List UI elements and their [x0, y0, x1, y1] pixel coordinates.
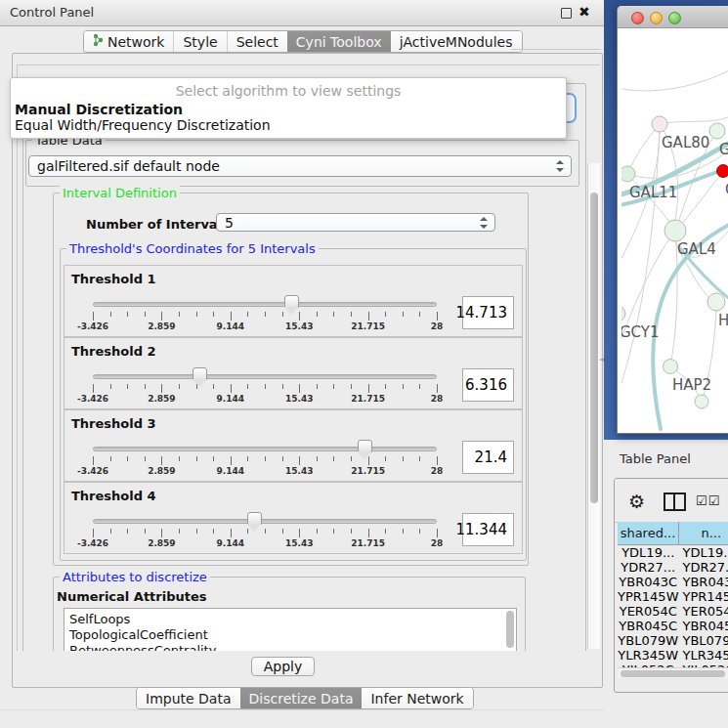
tab-label: Cyni Toolbox — [296, 34, 382, 50]
columns-icon[interactable] — [664, 492, 686, 511]
table-cell[interactable]: YBR045C — [618, 619, 678, 633]
table-data-combobox[interactable]: galFiltered.sif default node — [28, 155, 572, 177]
table-cell[interactable]: YBR045C — [678, 619, 728, 633]
slider-thumb[interactable] — [284, 295, 299, 308]
table-row[interactable]: YBL079WYBL079W — [618, 633, 728, 648]
slider-track[interactable] — [93, 374, 437, 379]
slider-tick-label: -3.426 — [77, 321, 108, 331]
threshold-slider[interactable]: -3.4262.8599.14415.4321.71528 — [93, 295, 437, 334]
table-row[interactable]: YER054CYER054C — [618, 604, 728, 619]
table-row[interactable]: YLR345WYLR345W — [618, 648, 728, 663]
slider-tick-label: 21.715 — [351, 466, 385, 476]
table-horizontal-scrollbar[interactable] — [618, 667, 728, 678]
list-scrollbar-thumb[interactable] — [506, 611, 514, 648]
slider-thumb[interactable] — [358, 440, 372, 452]
slider-minor-tick — [145, 529, 146, 534]
threshold-slider[interactable]: -3.4262.8599.14415.4321.71528 — [93, 440, 437, 479]
table-row[interactable]: YPR145WYPR145W — [618, 589, 728, 604]
apply-button[interactable]: Apply — [251, 657, 315, 676]
tab-network[interactable]: Network — [84, 31, 173, 52]
threshold-value-field[interactable]: 14.713 — [462, 296, 514, 329]
maximize-icon[interactable] — [561, 8, 572, 19]
threshold-slider[interactable]: -3.4262.8599.14415.4321.71528 — [93, 367, 437, 407]
tab-style[interactable]: Style — [173, 31, 226, 52]
network-node[interactable] — [717, 165, 728, 178]
threshold-value-field[interactable]: 6.316 — [462, 368, 514, 402]
table-cell[interactable]: YBR043C — [618, 575, 678, 589]
tab-discretize-data[interactable]: Discretize Data — [240, 688, 363, 708]
network-node[interactable] — [695, 395, 708, 408]
tab-select[interactable]: Select — [227, 31, 287, 52]
table-cell[interactable]: YDR27... — [678, 560, 728, 575]
table-cell[interactable]: YPR145W — [678, 589, 728, 604]
zoom-button[interactable] — [668, 12, 681, 24]
chevron-updown-icon[interactable] — [480, 216, 488, 230]
dropdown-item-equal-width-frequency[interactable]: Equal Width/Frequency Discretization — [15, 117, 271, 133]
table-cell[interactable]: YBR043C — [678, 575, 728, 589]
vertical-scrollbar[interactable] — [587, 163, 600, 649]
network-node[interactable] — [664, 360, 678, 374]
network-node-label: GAL4 — [677, 240, 716, 258]
table-cell[interactable]: YLR345W — [618, 648, 678, 663]
table-panel-title: Table Panel — [620, 451, 691, 466]
table-cell[interactable]: YDR27... — [618, 560, 678, 575]
tab-cyni-toolbox[interactable]: Cyni Toolbox — [287, 31, 391, 52]
table-cell[interactable]: YLR345W — [678, 648, 728, 663]
threshold-slider[interactable]: -3.4262.8599.14415.4321.71528 — [93, 512, 437, 551]
close-icon[interactable]: ✖ — [578, 3, 590, 21]
select-all-columns-icon[interactable]: ☑☑ — [696, 493, 720, 508]
table-cell[interactable]: YDL19... — [618, 545, 678, 561]
scrollbar-thumb[interactable] — [590, 193, 598, 503]
number-of-intervals-label: Number of Intervals — [86, 217, 230, 232]
slider-minor-tick — [403, 384, 404, 389]
minimize-button[interactable] — [650, 12, 663, 24]
network-canvas[interactable]: GAL80GALCGAL11GAL4GCY1HHAP2 — [621, 28, 728, 432]
scrollbar-thumb[interactable] — [621, 670, 725, 677]
number-of-intervals-spinner[interactable]: 5 — [216, 213, 495, 232]
network-node[interactable] — [621, 166, 635, 182]
slider-track[interactable] — [93, 519, 437, 524]
table-cell[interactable]: YBL079W — [618, 633, 678, 648]
table-row[interactable]: YBR045CYBR045C — [618, 619, 728, 633]
node-table[interactable]: shared... n... YDL19...YDL19...YDR27...Y… — [618, 522, 728, 667]
table-row[interactable]: YDL19...YDL19... — [618, 545, 728, 561]
tab-impute-data[interactable]: Impute Data — [137, 688, 240, 708]
network-node[interactable] — [707, 293, 725, 311]
table-row[interactable]: YBR043CYBR043C — [618, 575, 728, 589]
network-node[interactable] — [621, 306, 625, 321]
column-header-name[interactable]: n... — [678, 522, 728, 545]
slider-thumb[interactable] — [193, 367, 207, 380]
table-cell[interactable]: YDL19... — [678, 545, 728, 561]
tab-jactivemnodules[interactable]: jActiveMNodules — [391, 31, 522, 52]
tab-label: Infer Network — [370, 691, 463, 707]
chevron-updown-icon[interactable] — [556, 159, 564, 173]
gear-icon[interactable]: ⚙ — [628, 492, 645, 511]
close-button[interactable] — [631, 12, 644, 24]
network-node[interactable] — [664, 220, 686, 241]
column-header-shared-name[interactable]: shared... — [618, 522, 678, 545]
list-item[interactable]: TopologicalCoefficient — [69, 627, 208, 642]
threshold-value-field[interactable]: 11.344 — [462, 513, 514, 546]
table-cell[interactable]: YER054C — [618, 604, 678, 619]
slider-track[interactable] — [93, 302, 437, 307]
list-item[interactable]: SelfLoops — [69, 612, 130, 626]
slider-track[interactable] — [93, 447, 437, 451]
slider-minor-tick — [196, 529, 197, 534]
table-row[interactable]: YDR27...YDR27... — [618, 560, 728, 575]
list-item[interactable]: BetweennessCentrality — [69, 643, 216, 651]
slider-tick-label: 28 — [431, 466, 444, 476]
tab-infer-network[interactable]: Infer Network — [362, 688, 472, 708]
numerical-attributes-list[interactable]: SelfLoopsTopologicalCoefficientBetweenne… — [64, 608, 517, 651]
threshold-value-field[interactable]: 21.4 — [462, 441, 514, 474]
table-cell[interactable]: YER054C — [678, 604, 728, 619]
slider-major-tick — [299, 312, 300, 321]
network-node[interactable] — [652, 116, 667, 132]
table-cell[interactable]: YBL079W — [678, 633, 728, 648]
slider-minor-tick — [403, 529, 404, 534]
network-node[interactable] — [709, 123, 725, 139]
algorithm-dropdown-popup[interactable]: Select algorithm to view settings Manual… — [10, 77, 567, 139]
dropdown-item-manual-discretization[interactable]: Manual Discretization — [15, 102, 183, 117]
slider-thumb[interactable] — [247, 512, 262, 525]
table-cell[interactable]: YPR145W — [618, 589, 678, 604]
slider-minor-tick — [110, 456, 111, 461]
